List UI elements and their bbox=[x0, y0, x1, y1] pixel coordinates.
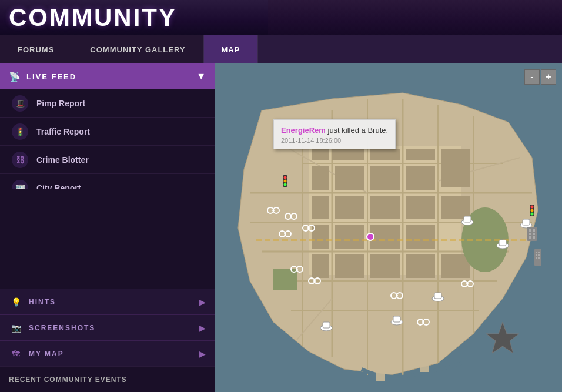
hints-label: HINTS bbox=[29, 298, 56, 306]
screenshots-label: SCREENSHOTS bbox=[29, 324, 95, 332]
svg-rect-23 bbox=[335, 166, 364, 190]
my-map-left: 🗺 MY MAP bbox=[9, 347, 64, 361]
svg-rect-22 bbox=[312, 166, 329, 190]
svg-rect-26 bbox=[441, 149, 470, 187]
menu-item-label: Crime Blotter bbox=[36, 155, 89, 165]
svg-rect-44 bbox=[420, 360, 429, 372]
svg-rect-54 bbox=[434, 293, 441, 299]
menu-items-list: 🎩 Pimp Report 🚦 Traffic Report ⛓ Crime B… bbox=[0, 89, 215, 189]
tab-bar: FORUMS COMMUNITY GALLERY MAP bbox=[0, 35, 562, 63]
zoom-in-button[interactable]: + bbox=[541, 69, 556, 85]
svg-rect-29 bbox=[370, 196, 400, 219]
main-layout: 📡 LIVE FEED ▼ 🎩 Pimp Report 🚦 Traffic Re… bbox=[0, 63, 562, 392]
section-hints[interactable]: 💡 HINTS ▶ bbox=[0, 289, 215, 314]
bulb-icon: 💡 bbox=[9, 295, 23, 309]
svg-rect-101 bbox=[533, 236, 535, 239]
svg-rect-100 bbox=[529, 236, 531, 239]
svg-rect-99 bbox=[533, 233, 535, 235]
svg-rect-31 bbox=[441, 196, 470, 219]
svg-rect-102 bbox=[534, 249, 541, 266]
recent-events-label: RECENT COMMUNITY EVENTS bbox=[9, 376, 127, 384]
svg-rect-97 bbox=[533, 229, 535, 232]
hat-icon: 🎩 bbox=[12, 95, 28, 112]
zoom-out-button[interactable]: - bbox=[524, 69, 540, 85]
svg-rect-20 bbox=[370, 149, 400, 160]
svg-rect-39 bbox=[406, 254, 435, 278]
tooltip-username: EnergieRem bbox=[281, 126, 326, 135]
sidebar: 📡 LIVE FEED ▼ 🎩 Pimp Report 🚦 Traffic Re… bbox=[0, 63, 215, 392]
chevron-right-icon: ▶ bbox=[199, 349, 206, 359]
live-feed-left: 📡 LIVE FEED bbox=[9, 71, 76, 82]
svg-rect-98 bbox=[529, 233, 531, 235]
svg-point-87 bbox=[284, 176, 287, 179]
traffic-icon: 🚦 bbox=[12, 123, 28, 140]
map-icon: 🗺 bbox=[9, 347, 23, 361]
svg-rect-105 bbox=[536, 254, 537, 256]
svg-rect-108 bbox=[538, 257, 540, 259]
svg-point-93 bbox=[531, 213, 534, 216]
hints-left: 💡 HINTS bbox=[9, 295, 56, 309]
menu-item-crime-blotter[interactable]: ⛓ Crime Blotter bbox=[0, 146, 215, 174]
svg-rect-58 bbox=[323, 322, 330, 328]
svg-rect-95 bbox=[527, 227, 537, 241]
tooltip-action: just killed a Brute. bbox=[326, 126, 388, 135]
recent-events-footer[interactable]: RECENT COMMUNITY EVENTS bbox=[0, 366, 215, 392]
chevron-right-icon: ▶ bbox=[199, 323, 206, 333]
svg-rect-103 bbox=[536, 252, 537, 253]
svg-rect-104 bbox=[538, 252, 540, 253]
tooltip-timestamp: 2011-11-14 18:26:00 bbox=[281, 137, 388, 144]
svg-rect-56 bbox=[393, 316, 400, 322]
svg-rect-96 bbox=[529, 229, 531, 232]
chevron-down-icon: ▼ bbox=[196, 71, 206, 82]
svg-rect-33 bbox=[335, 225, 364, 249]
map-tooltip: EnergieRem just killed a Brute. 2011-11-… bbox=[273, 119, 396, 149]
svg-point-92 bbox=[531, 209, 534, 212]
svg-point-88 bbox=[284, 180, 287, 183]
menu-item-city-report[interactable]: 🏢 City Report bbox=[0, 174, 215, 189]
map-controls: - + bbox=[524, 69, 556, 85]
svg-point-94 bbox=[367, 233, 374, 240]
menu-item-label: Traffic Report bbox=[36, 127, 90, 136]
svg-rect-21 bbox=[406, 149, 435, 160]
svg-point-91 bbox=[531, 206, 534, 209]
svg-rect-30 bbox=[406, 196, 435, 219]
svg-rect-35 bbox=[406, 225, 435, 249]
menu-item-pimp-report[interactable]: 🎩 Pimp Report bbox=[0, 89, 215, 118]
live-feed-header[interactable]: 📡 LIVE FEED ▼ bbox=[0, 63, 215, 89]
svg-rect-18 bbox=[312, 149, 329, 160]
live-feed-label: LIVE FEED bbox=[26, 72, 76, 81]
svg-rect-25 bbox=[406, 166, 435, 190]
tab-community-gallery[interactable]: COMMUNITY GALLERY bbox=[72, 35, 203, 63]
svg-rect-19 bbox=[332, 149, 364, 160]
svg-rect-106 bbox=[538, 254, 540, 256]
header: COMMUNITY bbox=[0, 0, 562, 35]
tab-map[interactable]: MAP bbox=[204, 35, 259, 63]
menu-item-label: City Report bbox=[36, 183, 81, 189]
svg-rect-24 bbox=[370, 166, 400, 190]
svg-rect-37 bbox=[335, 254, 364, 278]
svg-rect-43 bbox=[376, 366, 385, 381]
my-map-label: MY MAP bbox=[29, 350, 64, 358]
svg-rect-38 bbox=[370, 254, 400, 278]
svg-rect-36 bbox=[312, 254, 329, 278]
svg-rect-52 bbox=[499, 240, 506, 246]
svg-point-89 bbox=[284, 183, 287, 186]
screenshots-left: 📷 SCREENSHOTS bbox=[9, 321, 95, 335]
app-title: COMMUNITY bbox=[9, 4, 177, 32]
section-screenshots[interactable]: 📷 SCREENSHOTS ▶ bbox=[0, 314, 215, 340]
building-icon: 🏢 bbox=[12, 180, 28, 189]
map-svg bbox=[215, 63, 562, 392]
section-my-map[interactable]: 🗺 MY MAP ▶ bbox=[0, 340, 215, 366]
svg-rect-107 bbox=[536, 257, 537, 259]
svg-rect-48 bbox=[464, 216, 471, 222]
handcuffs-icon: ⛓ bbox=[12, 152, 28, 168]
svg-rect-34 bbox=[370, 225, 400, 249]
camera-icon: 📷 bbox=[9, 321, 23, 335]
tab-forums[interactable]: FORUMS bbox=[0, 35, 72, 63]
map-area[interactable]: - + EnergieRem just killed a Brute. 2011… bbox=[215, 63, 562, 392]
svg-rect-50 bbox=[523, 219, 530, 225]
svg-rect-27 bbox=[312, 196, 329, 219]
chevron-right-icon: ▶ bbox=[199, 297, 206, 307]
menu-item-traffic-report[interactable]: 🚦 Traffic Report bbox=[0, 118, 215, 146]
svg-rect-28 bbox=[335, 196, 364, 219]
